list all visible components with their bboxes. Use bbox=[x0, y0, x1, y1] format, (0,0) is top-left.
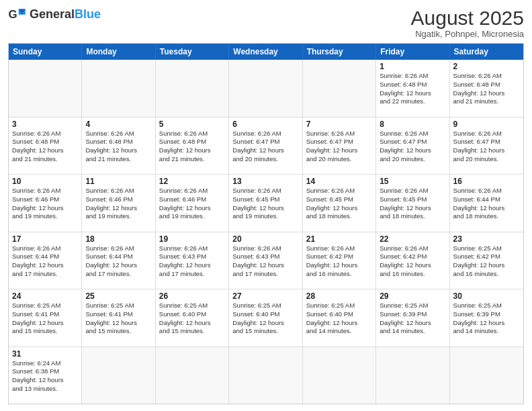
day-cell-8: 8Sunrise: 6:26 AM Sunset: 6:47 PM Daylig… bbox=[376, 118, 449, 175]
day-cell-30: 30Sunrise: 6:25 AM Sunset: 6:39 PM Dayli… bbox=[450, 289, 523, 347]
day-number: 1 bbox=[380, 62, 445, 71]
day-info: Sunrise: 6:26 AM Sunset: 6:46 PM Dayligh… bbox=[12, 187, 78, 221]
day-number: 11 bbox=[85, 177, 151, 186]
day-number: 8 bbox=[380, 120, 445, 129]
calendar-week-2: 10Sunrise: 6:26 AM Sunset: 6:46 PM Dayli… bbox=[9, 174, 523, 232]
day-number: 22 bbox=[380, 234, 445, 244]
empty-cell bbox=[9, 60, 82, 117]
day-cell-16: 16Sunrise: 6:26 AM Sunset: 6:44 PM Dayli… bbox=[450, 175, 523, 232]
calendar-week-5: 31Sunrise: 6:24 AM Sunset: 6:38 PM Dayli… bbox=[9, 347, 523, 404]
day-cell-26: 26Sunrise: 6:25 AM Sunset: 6:40 PM Dayli… bbox=[156, 289, 229, 347]
day-info: Sunrise: 6:26 AM Sunset: 6:48 PM Dayligh… bbox=[85, 130, 151, 164]
day-number: 19 bbox=[159, 234, 225, 244]
day-info: Sunrise: 6:26 AM Sunset: 6:47 PM Dayligh… bbox=[380, 130, 445, 164]
day-number: 18 bbox=[85, 234, 151, 244]
day-number: 20 bbox=[232, 234, 298, 244]
day-info: Sunrise: 6:26 AM Sunset: 6:47 PM Dayligh… bbox=[306, 130, 372, 164]
calendar-title: August 2025 bbox=[411, 7, 524, 29]
day-number: 21 bbox=[306, 234, 372, 244]
day-info: Sunrise: 6:26 AM Sunset: 6:42 PM Dayligh… bbox=[380, 244, 445, 279]
calendar-header: SundayMondayTuesdayWednesdayThursdayFrid… bbox=[9, 44, 523, 60]
day-cell-22: 22Sunrise: 6:26 AM Sunset: 6:42 PM Dayli… bbox=[376, 232, 449, 289]
day-info: Sunrise: 6:25 AM Sunset: 6:41 PM Dayligh… bbox=[85, 302, 151, 336]
day-number: 26 bbox=[159, 291, 225, 301]
day-cell-11: 11Sunrise: 6:26 AM Sunset: 6:46 PM Dayli… bbox=[82, 175, 155, 232]
day-number: 17 bbox=[12, 234, 78, 244]
day-cell-12: 12Sunrise: 6:26 AM Sunset: 6:46 PM Dayli… bbox=[156, 175, 229, 232]
day-info: Sunrise: 6:26 AM Sunset: 6:48 PM Dayligh… bbox=[453, 72, 520, 106]
day-cell-27: 27Sunrise: 6:25 AM Sunset: 6:40 PM Dayli… bbox=[229, 289, 302, 347]
calendar-week-0: 1Sunrise: 6:26 AM Sunset: 6:48 PM Daylig… bbox=[9, 60, 523, 117]
logo: G GeneralBlue bbox=[8, 7, 101, 21]
day-cell-31: 31Sunrise: 6:24 AM Sunset: 6:38 PM Dayli… bbox=[9, 347, 82, 404]
day-info: Sunrise: 6:26 AM Sunset: 6:42 PM Dayligh… bbox=[306, 244, 372, 279]
header-day-wednesday: Wednesday bbox=[229, 44, 302, 60]
day-number: 9 bbox=[453, 120, 520, 129]
empty-cell bbox=[82, 347, 155, 404]
header-day-friday: Friday bbox=[376, 44, 449, 60]
day-number: 10 bbox=[12, 177, 78, 186]
day-cell-10: 10Sunrise: 6:26 AM Sunset: 6:46 PM Dayli… bbox=[9, 175, 82, 232]
calendar-week-4: 24Sunrise: 6:25 AM Sunset: 6:41 PM Dayli… bbox=[9, 289, 523, 347]
day-info: Sunrise: 6:25 AM Sunset: 6:41 PM Dayligh… bbox=[12, 302, 78, 336]
day-cell-1: 1Sunrise: 6:26 AM Sunset: 6:48 PM Daylig… bbox=[376, 60, 449, 117]
day-cell-25: 25Sunrise: 6:25 AM Sunset: 6:41 PM Dayli… bbox=[82, 289, 155, 347]
calendar-subtitle: Ngatik, Pohnpei, Micronesia bbox=[411, 29, 524, 39]
day-number: 12 bbox=[159, 177, 225, 186]
day-info: Sunrise: 6:25 AM Sunset: 6:40 PM Dayligh… bbox=[306, 302, 372, 336]
day-info: Sunrise: 6:26 AM Sunset: 6:46 PM Dayligh… bbox=[85, 187, 151, 221]
day-info: Sunrise: 6:25 AM Sunset: 6:39 PM Dayligh… bbox=[380, 302, 445, 336]
day-number: 5 bbox=[159, 120, 225, 129]
day-cell-2: 2Sunrise: 6:26 AM Sunset: 6:48 PM Daylig… bbox=[450, 60, 523, 117]
day-cell-13: 13Sunrise: 6:26 AM Sunset: 6:45 PM Dayli… bbox=[229, 175, 302, 232]
day-info: Sunrise: 6:26 AM Sunset: 6:44 PM Dayligh… bbox=[85, 244, 151, 279]
day-info: Sunrise: 6:26 AM Sunset: 6:45 PM Dayligh… bbox=[380, 187, 445, 221]
day-cell-7: 7Sunrise: 6:26 AM Sunset: 6:47 PM Daylig… bbox=[303, 118, 376, 175]
logo-icon: G bbox=[8, 7, 27, 21]
day-number: 13 bbox=[232, 177, 298, 186]
day-info: Sunrise: 6:26 AM Sunset: 6:45 PM Dayligh… bbox=[306, 187, 372, 221]
calendar-week-1: 3Sunrise: 6:26 AM Sunset: 6:48 PM Daylig… bbox=[9, 117, 523, 175]
header-day-tuesday: Tuesday bbox=[156, 44, 229, 60]
header-day-thursday: Thursday bbox=[303, 44, 376, 60]
day-cell-20: 20Sunrise: 6:26 AM Sunset: 6:43 PM Dayli… bbox=[229, 232, 302, 289]
day-number: 27 bbox=[232, 291, 298, 301]
calendar-week-3: 17Sunrise: 6:26 AM Sunset: 6:44 PM Dayli… bbox=[9, 232, 523, 289]
day-number: 30 bbox=[453, 291, 520, 301]
day-cell-17: 17Sunrise: 6:26 AM Sunset: 6:44 PM Dayli… bbox=[9, 232, 82, 289]
page-header: G GeneralBlue August 2025 Ngatik, Pohnpe… bbox=[8, 7, 524, 39]
svg-text:G: G bbox=[8, 8, 17, 21]
empty-cell bbox=[229, 60, 302, 117]
day-cell-28: 28Sunrise: 6:25 AM Sunset: 6:40 PM Dayli… bbox=[303, 289, 376, 347]
day-cell-3: 3Sunrise: 6:26 AM Sunset: 6:48 PM Daylig… bbox=[9, 118, 82, 175]
day-info: Sunrise: 6:26 AM Sunset: 6:48 PM Dayligh… bbox=[159, 130, 225, 164]
day-number: 14 bbox=[306, 177, 372, 186]
empty-cell bbox=[450, 347, 523, 404]
day-cell-5: 5Sunrise: 6:26 AM Sunset: 6:48 PM Daylig… bbox=[156, 118, 229, 175]
day-number: 24 bbox=[12, 291, 78, 301]
day-number: 7 bbox=[306, 120, 372, 129]
day-info: Sunrise: 6:26 AM Sunset: 6:44 PM Dayligh… bbox=[453, 187, 520, 221]
day-cell-9: 9Sunrise: 6:26 AM Sunset: 6:47 PM Daylig… bbox=[450, 118, 523, 175]
empty-cell bbox=[156, 347, 229, 404]
empty-cell bbox=[303, 347, 376, 404]
day-info: Sunrise: 6:26 AM Sunset: 6:47 PM Dayligh… bbox=[453, 130, 520, 164]
day-info: Sunrise: 6:26 AM Sunset: 6:47 PM Dayligh… bbox=[232, 130, 298, 164]
day-number: 6 bbox=[232, 120, 298, 129]
day-info: Sunrise: 6:26 AM Sunset: 6:43 PM Dayligh… bbox=[159, 244, 225, 279]
day-info: Sunrise: 6:26 AM Sunset: 6:45 PM Dayligh… bbox=[232, 187, 298, 221]
calendar: SundayMondayTuesdayWednesdayThursdayFrid… bbox=[8, 43, 524, 404]
day-number: 16 bbox=[453, 177, 520, 186]
empty-cell bbox=[229, 347, 302, 404]
day-number: 15 bbox=[380, 177, 445, 186]
day-info: Sunrise: 6:26 AM Sunset: 6:44 PM Dayligh… bbox=[12, 244, 78, 279]
day-number: 28 bbox=[306, 291, 372, 301]
day-info: Sunrise: 6:26 AM Sunset: 6:48 PM Dayligh… bbox=[380, 72, 445, 106]
day-info: Sunrise: 6:25 AM Sunset: 6:40 PM Dayligh… bbox=[232, 302, 298, 336]
day-number: 31 bbox=[12, 349, 78, 359]
empty-cell bbox=[82, 60, 155, 117]
day-info: Sunrise: 6:25 AM Sunset: 6:40 PM Dayligh… bbox=[159, 302, 225, 336]
day-cell-24: 24Sunrise: 6:25 AM Sunset: 6:41 PM Dayli… bbox=[9, 289, 82, 347]
day-info: Sunrise: 6:25 AM Sunset: 6:42 PM Dayligh… bbox=[453, 244, 520, 279]
day-cell-4: 4Sunrise: 6:26 AM Sunset: 6:48 PM Daylig… bbox=[82, 118, 155, 175]
